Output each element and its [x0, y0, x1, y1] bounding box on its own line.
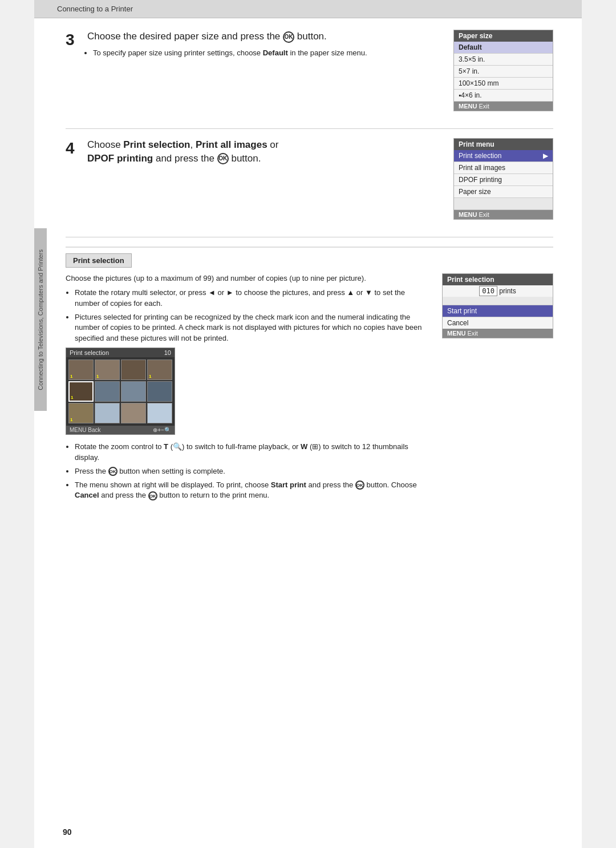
ps-content: Choose the pictures (up to a maximum of …: [66, 273, 553, 504]
thumb-5: 1: [68, 381, 94, 402]
thumb-footer-right: ⊕+−🔍: [153, 427, 171, 433]
print-selection-section: Print selection Choose the pictures (up …: [66, 247, 553, 504]
paper-size-ui-footer: MENU Exit: [454, 102, 553, 111]
step-3-ok-icon: OK: [283, 31, 294, 43]
thumb-4: 1: [147, 360, 172, 380]
side-tab: Connecting to Televisions, Computers and…: [34, 228, 47, 411]
ps2-panel-container: Print selection 010 prints Start print C…: [442, 273, 553, 504]
ps2-ui: Print selection 010 prints Start print C…: [442, 273, 553, 338]
ps-bullet-5: The menu shown at right will be displaye…: [75, 480, 431, 502]
header-title: Connecting to a Printer: [57, 5, 133, 13]
thumb-11: [121, 403, 146, 423]
thumb-grid-ui: Print selection 10 1 1 1 1: [66, 348, 175, 435]
step-3: 3 Choose the desired paper size and pres…: [66, 30, 553, 111]
side-tab-text: Connecting to Televisions, Computers and…: [37, 249, 44, 390]
paper-size-item-0: Default: [454, 42, 553, 54]
ps2-item-0: Start print: [443, 305, 553, 317]
thumb-6: [95, 381, 120, 402]
paper-size-menu-label: MENU Exit: [459, 103, 489, 110]
page-number: 90: [63, 827, 72, 837]
step-3-bullets: To specify paper size using printer sett…: [87, 48, 442, 59]
ps-bullet-1: Rotate the rotary multi selector, or pre…: [75, 288, 431, 309]
step-4-bold3: DPOF printing: [87, 153, 153, 164]
thumb-9: 1: [68, 403, 94, 423]
ps-bullets-2: Rotate the zoom control to T (🔍) to swit…: [66, 442, 431, 501]
paper-size-ui: Paper size Default 3.5×5 in. 5×7 in. 100…: [453, 30, 553, 111]
print-menu-item-2: DPOF printing: [454, 174, 553, 186]
divider-2: [66, 237, 553, 237]
thumb-3: [121, 360, 146, 380]
ps2-prints-unit: prints: [499, 287, 516, 295]
thumb-header-right: 10: [164, 349, 171, 356]
step-4: 4 Choose Print selection, Print all imag…: [66, 138, 553, 220]
thumb-8: [147, 381, 172, 402]
print-menu-ui-footer: MENU Exit: [454, 210, 553, 219]
ps-ok-icon-2: OK: [355, 480, 364, 490]
step-4-body: Choose Print selection, Print all images…: [87, 138, 553, 220]
ps-bullets: Rotate the rotary multi selector, or pre…: [66, 288, 431, 344]
print-menu-menu-label: MENU Exit: [459, 211, 489, 218]
print-menu-item-0: Print selection ▶: [454, 150, 553, 162]
step-3-body: Choose the desired paper size and press …: [87, 30, 553, 111]
ps-text: Choose the pictures (up to a maximum of …: [66, 273, 431, 504]
thumb-2: 1: [95, 360, 120, 380]
step-4-title: Choose Print selection, Print all images…: [87, 138, 442, 165]
print-menu-spacer: [454, 198, 553, 210]
step-3-bullet-1: To specify paper size using printer sett…: [93, 48, 442, 59]
ps2-prints-num: 010: [479, 286, 497, 296]
main-content: 3 Choose the desired paper size and pres…: [34, 18, 582, 527]
thumb-grid-header: Print selection 10: [66, 348, 175, 357]
print-menu-ui: Print menu Print selection ▶ Print all i…: [453, 138, 553, 220]
thumb-footer-left: MENU Back: [70, 427, 100, 433]
step-4-bold2: Print all images: [196, 139, 268, 150]
divider-1: [66, 128, 553, 129]
thumb-header-left: Print selection: [70, 349, 109, 356]
ps-bullet-4: Press the OK button when setting is comp…: [75, 466, 431, 477]
step-4-ok-icon: OK: [217, 153, 229, 164]
step-3-title-before: Choose the desired paper size and press …: [87, 31, 280, 42]
step-3-title: Choose the desired paper size and press …: [87, 30, 442, 43]
ps-para1: Choose the pictures (up to a maximum of …: [66, 273, 431, 284]
step-3-title-after: button.: [297, 31, 327, 42]
thumb-grid-footer: MENU Back ⊕+−🔍: [66, 426, 175, 434]
paper-size-item-2: 5×7 in.: [454, 66, 553, 78]
page: Connecting to a Printer Connecting to Te…: [34, 0, 582, 848]
thumb-1: 1: [68, 360, 94, 380]
ps2-title: Print selection: [443, 274, 553, 285]
thumb-7: [121, 381, 146, 402]
print-menu-ui-title: Print menu: [454, 139, 553, 150]
print-selection-header: Print selection: [66, 253, 132, 268]
print-menu-item-1: Print all images: [454, 162, 553, 174]
step-4-number: 4: [66, 139, 87, 158]
ps-ok-icon-1: OK: [108, 467, 117, 476]
step-3-number: 3: [66, 31, 87, 49]
step-4-bold1: Print selection: [123, 139, 190, 150]
thumb-grid: 1 1 1 1 1: [66, 357, 175, 426]
ps-bullet-2: Pictures selected for printing can be re…: [75, 312, 431, 345]
thumb-12: [147, 403, 172, 423]
ps2-footer: MENU Exit: [443, 329, 553, 338]
paper-size-item-3: 100×150 mm: [454, 78, 553, 90]
ps-ok-icon-3: OK: [148, 491, 157, 500]
paper-size-item-1: 3.5×5 in.: [454, 54, 553, 66]
header-bar: Connecting to a Printer: [34, 0, 582, 18]
ps2-spacer: [443, 297, 553, 305]
print-menu-item-3: Paper size: [454, 186, 553, 198]
paper-size-item-4: ▪4×6 in.: [454, 90, 553, 102]
ps-bullet-3: Rotate the zoom control to T (🔍) to swit…: [75, 442, 431, 463]
paper-size-ui-title: Paper size: [454, 30, 553, 42]
thumb-10: [95, 403, 120, 423]
ps2-item-1: Cancel: [443, 317, 553, 329]
ps2-prints-row: 010 prints: [443, 285, 553, 297]
